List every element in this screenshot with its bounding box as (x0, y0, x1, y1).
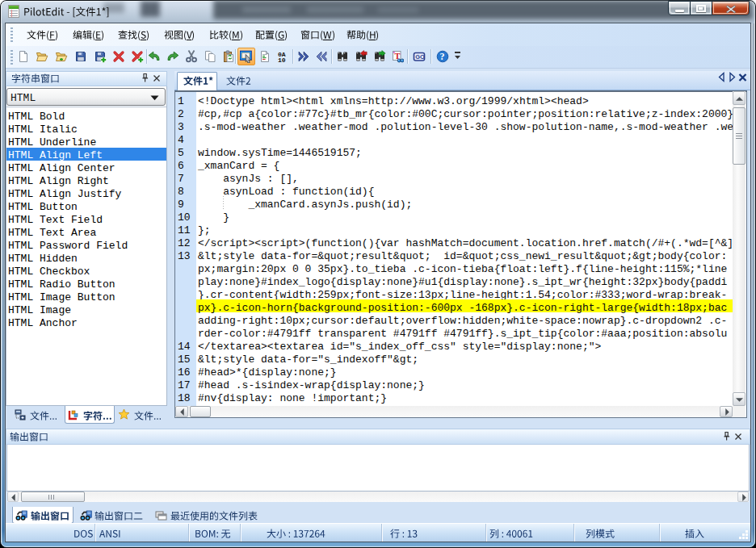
svg-text:10: 10 (278, 56, 286, 63)
svg-text:?: ? (440, 51, 445, 62)
svg-text:GO: GO (415, 53, 425, 61)
